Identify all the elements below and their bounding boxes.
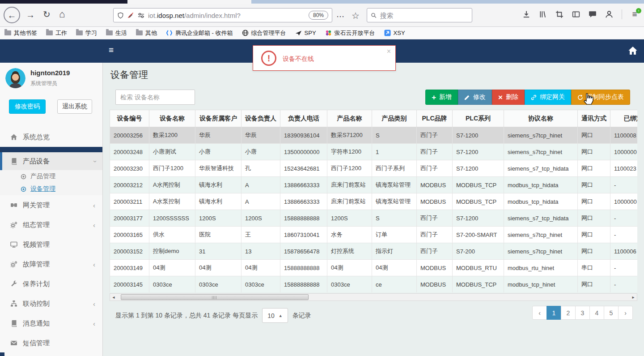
horizontal-scrollbar[interactable]: ◂ ▸ <box>110 293 637 301</box>
column-header[interactable]: 设备名称 <box>149 110 195 127</box>
table-row[interactable]: 2000031771200SSSSSS1200S1200S15888888888… <box>110 210 638 227</box>
sidebar-item-sms-mgmt[interactable]: 短信管理 <box>0 333 102 353</box>
table-cell: siemens_s7tcp_hinet <box>504 227 578 243</box>
pagination-page-5[interactable]: 5 <box>604 306 619 320</box>
sidebar-item-maintenance-plan[interactable]: 保养计划 <box>0 274 102 294</box>
sidebar-item-message-notify[interactable]: 消息通知 ‹ <box>0 313 102 333</box>
column-header[interactable]: 负责人电话 <box>280 110 327 127</box>
bookmark-mgmt-platform[interactable]: 综合管理平台 <box>242 29 286 37</box>
bookmark-folder-study[interactable]: 学习 <box>76 29 97 37</box>
bookmark-xsy[interactable]: XSY <box>384 30 405 36</box>
bookmark-folder-work[interactable]: 工作 <box>46 29 67 37</box>
column-header[interactable]: 产品名称 <box>327 110 372 127</box>
column-header[interactable]: 已绑定网关 <box>610 110 638 127</box>
sidebar-item-fault-mgmt[interactable]: 故障管理 ‹ <box>0 254 102 274</box>
pocket-chat-icon[interactable] <box>589 10 597 18</box>
sidebar-item-hmi-mgmt[interactable]: 组态管理 ‹ <box>0 215 102 235</box>
table-row[interactable]: 200003248小唐测试小唐小唐13500000000字符串12001西门子S… <box>110 144 638 160</box>
bookmark-folder-other-bookmarks[interactable]: 其他书签 <box>4 29 37 37</box>
bookmark-spy[interactable]: SPY <box>295 30 316 36</box>
device-search-input[interactable] <box>115 90 195 105</box>
force-sync-button[interactable]: 强制同步点表 <box>571 90 630 105</box>
column-header[interactable]: 产品类别 <box>372 110 417 127</box>
pagination-next[interactable]: › <box>618 306 633 320</box>
avatar[interactable] <box>5 68 25 88</box>
table-row[interactable]: 200003152控制demo311315878656478灯控系统指示灯西门子… <box>110 243 638 260</box>
add-button[interactable]: +新增 <box>425 90 458 105</box>
page-size-dropdown[interactable]: 10▲ <box>262 308 288 323</box>
alert-close-icon[interactable]: × <box>387 47 391 56</box>
scroll-left-arrow[interactable]: ◂ <box>110 294 117 300</box>
back-button[interactable]: ← <box>4 7 20 23</box>
table-row[interactable]: 2000031450303ce0303ce0303ce1588888888803… <box>110 276 638 293</box>
table-cell: S7-1200 <box>453 127 504 144</box>
sidebar-item-product-mgmt[interactable]: 产品管理 <box>0 170 102 183</box>
shield-icon[interactable] <box>117 12 124 19</box>
bookmark-folder-misc[interactable]: 其他 <box>136 29 157 37</box>
bookmark-star-icon[interactable]: ☆ <box>352 10 360 21</box>
table-row[interactable]: 200003230西门子1200华辰智通科技孔15243642681西门子120… <box>110 160 638 177</box>
app-home-icon[interactable] <box>628 46 638 56</box>
bind-gateway-button[interactable]: 绑定网关 <box>525 90 571 105</box>
table-row[interactable]: 200003212A水闸控制镇海水利A13886663333庶来门前泵站镇海泵站… <box>110 177 638 193</box>
zoom-level-badge[interactable]: 80% <box>309 11 328 20</box>
table-cell: 1100023 <box>610 160 638 177</box>
table-row[interactable]: 200003256数采1200华辰华辰18390936104数采S71200S西… <box>110 127 638 144</box>
column-header[interactable]: 设备编号 <box>110 110 149 127</box>
column-header[interactable]: PLC品牌 <box>417 110 453 127</box>
bookmark-folder-life[interactable]: 生活 <box>106 29 127 37</box>
delete-button[interactable]: ×删除 <box>492 90 525 105</box>
permissions-icon[interactable] <box>138 12 144 19</box>
downloads-icon[interactable] <box>522 10 530 18</box>
sidebar-item-device-mgmt[interactable]: 设备管理 <box>0 183 102 195</box>
pagination-page-2[interactable]: 2 <box>561 306 576 320</box>
browser-search-box[interactable] <box>367 8 472 22</box>
sidebar-toggle-icon[interactable] <box>572 10 580 18</box>
browser-home-button[interactable]: ⌂ <box>59 9 65 19</box>
change-password-button[interactable]: 修改密码 <box>9 99 46 114</box>
url-text[interactable]: iot.idosp.net/admin/index.html? <box>148 12 305 19</box>
browser-search-input[interactable] <box>380 12 468 19</box>
logout-button[interactable]: 退出系统 <box>57 99 92 114</box>
scrollbar-thumb[interactable] <box>121 294 309 300</box>
table-cell: 西门子 <box>417 243 453 260</box>
column-header[interactable]: PLC系列 <box>453 110 504 127</box>
pagination-prev[interactable]: ‹ <box>532 306 547 320</box>
forward-button[interactable]: → <box>26 10 35 19</box>
sidebar-item-product-device[interactable]: 产品设备 ‹ <box>0 152 102 170</box>
sidebar-item-gateway-mgmt[interactable]: 网关管理 ‹ <box>0 195 102 215</box>
table-row[interactable]: 200003211A水泵控制镇海水利A13886663333庶来门前泵站镇海泵站… <box>110 193 638 210</box>
library-icon[interactable] <box>539 10 547 18</box>
scrollbar-track[interactable] <box>117 294 630 300</box>
table-row[interactable]: 200003165供水医院王18607310041水务订单西门子S7-200-S… <box>110 227 638 243</box>
table-cell: MODBUS_TCP <box>453 276 504 293</box>
bookmark-ezviz[interactable]: 萤石云开放平台 <box>325 29 375 37</box>
column-header[interactable]: 协议名称 <box>504 110 578 127</box>
reload-button[interactable]: ↻ <box>43 10 51 19</box>
sidebar-item-overview[interactable]: 系统总览 <box>0 127 102 147</box>
table-row[interactable]: 20000314904测04测04测1588888888804测04测MODBU… <box>110 260 638 276</box>
screenshot-icon[interactable] <box>555 10 564 18</box>
pagination-page-4[interactable]: 4 <box>589 306 604 320</box>
url-bar[interactable]: iot.idosp.net/admin/index.html? 80% <box>113 8 332 22</box>
sidebar-item-linkage-control[interactable]: 联动控制 ‹ <box>0 294 102 313</box>
pagination-page-1[interactable]: 1 <box>547 306 561 320</box>
toolbar-divider <box>622 9 622 19</box>
alert-message: 设备不在线 <box>283 55 314 63</box>
sidebar-item-video-mgmt[interactable]: 视频管理 <box>0 235 102 254</box>
column-header[interactable]: 设备所属客户 <box>195 110 242 127</box>
table-cell: 1 <box>372 144 417 160</box>
account-icon[interactable] <box>605 10 613 18</box>
sidebar-item-label: 设备管理 <box>30 185 55 193</box>
edit-button[interactable]: 修改 <box>458 90 492 105</box>
table-cell: 200003165 <box>110 227 149 243</box>
menu-button[interactable]: ≡↑ <box>631 10 639 18</box>
pencil-blocked-icon[interactable] <box>127 12 134 19</box>
page-actions-icon[interactable]: ⋯ <box>336 12 344 21</box>
pagination-page-3[interactable]: 3 <box>575 306 590 320</box>
column-header[interactable]: 设备负责人 <box>242 110 280 127</box>
sidebar-collapse-button[interactable]: ≡ <box>109 45 114 55</box>
column-header[interactable]: 通讯方式 <box>578 110 610 127</box>
bookmark-tencent-mail[interactable]: 腾讯企业邮箱 - 收件箱 <box>166 29 233 37</box>
scroll-right-arrow[interactable]: ▸ <box>630 294 637 300</box>
